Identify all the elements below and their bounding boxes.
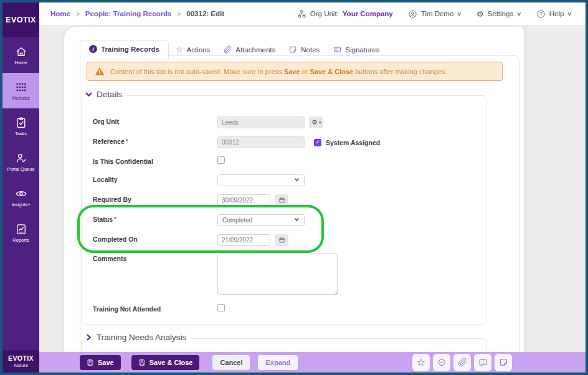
app-window: EVOTIX Home Modules Tasks Port	[0, 0, 588, 375]
sidebar-item-tasks[interactable]: Tasks	[2, 108, 39, 144]
sidebar-item-insights[interactable]: Insights+	[2, 179, 39, 215]
completed-on-field-label: Completed On	[93, 235, 138, 243]
save-disk-icon	[87, 359, 94, 366]
locality-select[interactable]	[217, 174, 305, 186]
calendar-icon	[278, 237, 285, 244]
star-icon: ☆	[417, 358, 425, 368]
sidebar-item-modules[interactable]: Modules	[2, 73, 39, 108]
org-chart-icon	[297, 9, 306, 19]
save-button[interactable]: Save	[80, 355, 121, 370]
required-by-field-label: Required By	[93, 196, 131, 203]
comments-textarea[interactable]	[217, 254, 338, 295]
help-icon	[536, 9, 546, 19]
footer-action-bar: Save Save & Close Cancel Expand ☆	[39, 352, 586, 373]
warning-icon	[95, 67, 105, 76]
cancel-button[interactable]: Cancel	[212, 355, 250, 370]
tab-signatures[interactable]: Signatures	[326, 41, 386, 59]
sidebar-item-portal-queue[interactable]: Portal Queue	[2, 144, 39, 179]
breadcrumb-separator: >	[177, 11, 181, 17]
org-unit-selector[interactable]: Org Unit: Your Company	[297, 9, 393, 19]
warning-text: Content of this tab is not auto-saved. M…	[110, 68, 447, 75]
org-unit-input	[217, 116, 305, 128]
portal-queue-person-icon	[15, 152, 27, 164]
confidential-checkbox[interactable]	[217, 156, 225, 164]
user-name: Tim Demo	[421, 10, 454, 17]
not-attended-field-label: Training Not Attended	[93, 305, 161, 313]
evotix-logo[interactable]: EVOTIX	[2, 2, 39, 37]
required-by-date-input[interactable]	[217, 194, 270, 206]
tab-training-records[interactable]: i Training Records	[80, 40, 169, 59]
comments-field-label: Comments	[93, 255, 126, 262]
required-by-calendar-button[interactable]	[275, 194, 288, 206]
help-menu[interactable]: Help ∨	[536, 9, 572, 19]
org-unit-gear-button[interactable]: ⚙ ▾	[309, 116, 323, 128]
breadcrumb-home[interactable]: Home	[50, 10, 70, 17]
sidebar: EVOTIX Home Modules Tasks Port	[2, 2, 39, 373]
signatures-icon	[333, 45, 341, 54]
not-attended-checkbox[interactable]	[217, 304, 225, 311]
chevron-down-icon	[294, 217, 300, 222]
required-asterisk: *	[126, 138, 128, 145]
notes-button[interactable]	[495, 354, 512, 371]
chevron-right-icon	[85, 334, 92, 341]
breadcrumb-training-records[interactable]: People: Training Records	[85, 10, 172, 17]
gear-icon: ⚙	[311, 119, 318, 126]
settings-menu[interactable]: ⚙ Settings ∨	[477, 10, 521, 18]
status-select[interactable]: Completed	[217, 214, 305, 226]
tab-label: Actions	[187, 46, 211, 54]
confidential-field-label: Is This Confidential	[93, 158, 153, 165]
org-unit-field-label: Org Unit	[93, 118, 119, 125]
chevron-down-icon	[85, 91, 92, 98]
sidebar-item-label: Portal Queue	[7, 166, 34, 172]
org-unit-label: Org Unit:	[310, 10, 339, 17]
library-button[interactable]	[474, 354, 491, 371]
paperclip-icon	[458, 358, 467, 367]
tna-title: Training Needs Analysis	[97, 333, 186, 342]
tab-attachments[interactable]: Attachments	[217, 41, 282, 59]
modules-grid-icon	[15, 81, 27, 93]
help-label: Help	[549, 10, 564, 17]
reports-chart-icon	[15, 223, 27, 235]
chevron-down-icon	[294, 177, 300, 183]
gear-icon: ⚙	[477, 10, 484, 18]
tab-label: Training Records	[101, 45, 159, 53]
tab-label: Attachments	[235, 46, 275, 54]
tab-label: Notes	[301, 46, 320, 54]
save-and-close-button[interactable]: Save & Close	[131, 355, 200, 370]
top-header: Home > People: Training Records > 00312:…	[39, 2, 586, 25]
badge-check-button[interactable]	[433, 354, 450, 371]
favorite-button[interactable]: ☆	[412, 354, 430, 371]
status-field-label: Status*	[93, 216, 116, 223]
status-select-value: Completed	[222, 217, 252, 224]
info-icon: i	[89, 45, 97, 53]
breadcrumb-separator: >	[76, 11, 80, 17]
user-menu[interactable]: Tim Demo ∨	[408, 9, 462, 19]
sidebar-item-home[interactable]: Home	[2, 37, 39, 73]
sticky-note-icon	[499, 358, 508, 367]
home-icon	[15, 45, 27, 58]
completed-on-date-input[interactable]	[217, 234, 270, 246]
breadcrumb: Home > People: Training Records > 00312:…	[50, 10, 224, 17]
tab-notes[interactable]: Notes	[282, 41, 326, 59]
settings-label: Settings	[488, 10, 514, 17]
details-section-toggle[interactable]: Details	[83, 90, 127, 99]
completed-on-calendar-button[interactable]	[275, 234, 288, 246]
system-assigned-checkbox[interactable]: ✓	[314, 139, 321, 146]
expand-button[interactable]: Expand	[258, 355, 298, 370]
notes-icon	[289, 45, 297, 54]
tab-label: Signatures	[345, 46, 379, 54]
paperclip-icon	[224, 45, 232, 54]
star-icon: ☆	[176, 45, 183, 54]
chevron-down-icon: ∨	[457, 11, 462, 17]
calendar-icon	[278, 197, 285, 204]
tab-actions[interactable]: ☆ Actions	[169, 41, 217, 59]
app-content: EVOTIX Home Modules Tasks Port	[2, 2, 586, 373]
user-avatar-icon	[408, 9, 417, 19]
sidebar-item-reports[interactable]: Reports	[2, 215, 39, 250]
tna-section-toggle[interactable]: Training Needs Analysis	[83, 333, 191, 342]
badge-check-icon	[437, 358, 447, 367]
sidebar-item-label: Home	[14, 60, 27, 65]
caret-down-icon: ▾	[319, 120, 321, 125]
attachments-button[interactable]	[453, 354, 471, 371]
footer-icon-toolbar: ☆	[412, 354, 512, 371]
